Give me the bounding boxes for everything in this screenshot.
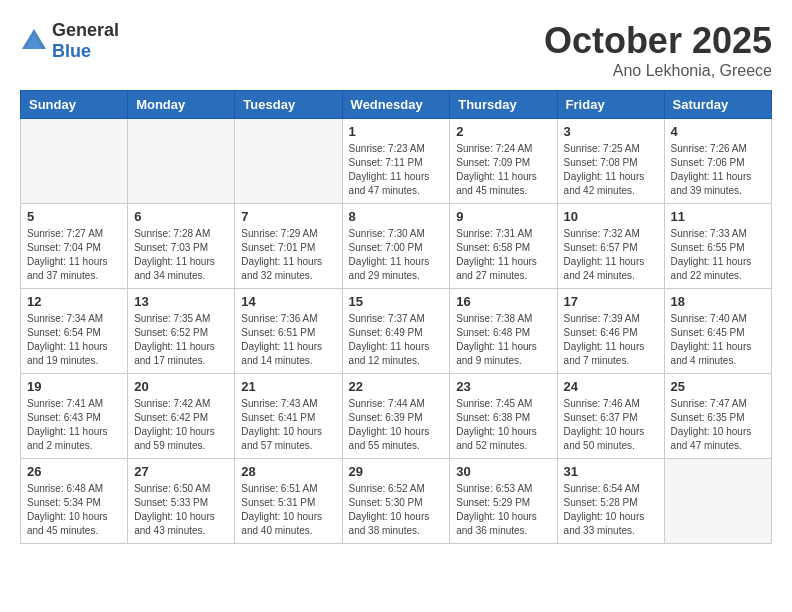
day-info: Sunrise: 6:50 AM Sunset: 5:33 PM Dayligh… xyxy=(134,482,228,538)
day-info: Sunrise: 7:42 AM Sunset: 6:42 PM Dayligh… xyxy=(134,397,228,453)
day-number: 16 xyxy=(456,294,550,309)
day-info: Sunrise: 6:53 AM Sunset: 5:29 PM Dayligh… xyxy=(456,482,550,538)
calendar-day-cell xyxy=(128,119,235,204)
day-number: 13 xyxy=(134,294,228,309)
day-number: 25 xyxy=(671,379,765,394)
weekday-header: Thursday xyxy=(450,91,557,119)
calendar-day-cell: 3Sunrise: 7:25 AM Sunset: 7:08 PM Daylig… xyxy=(557,119,664,204)
day-info: Sunrise: 7:38 AM Sunset: 6:48 PM Dayligh… xyxy=(456,312,550,368)
calendar-day-cell xyxy=(21,119,128,204)
calendar-week-row: 19Sunrise: 7:41 AM Sunset: 6:43 PM Dayli… xyxy=(21,374,772,459)
day-info: Sunrise: 7:23 AM Sunset: 7:11 PM Dayligh… xyxy=(349,142,444,198)
day-number: 9 xyxy=(456,209,550,224)
day-info: Sunrise: 6:54 AM Sunset: 5:28 PM Dayligh… xyxy=(564,482,658,538)
day-number: 19 xyxy=(27,379,121,394)
day-info: Sunrise: 6:51 AM Sunset: 5:31 PM Dayligh… xyxy=(241,482,335,538)
day-info: Sunrise: 7:41 AM Sunset: 6:43 PM Dayligh… xyxy=(27,397,121,453)
day-info: Sunrise: 7:28 AM Sunset: 7:03 PM Dayligh… xyxy=(134,227,228,283)
day-number: 27 xyxy=(134,464,228,479)
calendar-day-cell: 9Sunrise: 7:31 AM Sunset: 6:58 PM Daylig… xyxy=(450,204,557,289)
day-info: Sunrise: 6:52 AM Sunset: 5:30 PM Dayligh… xyxy=(349,482,444,538)
day-number: 1 xyxy=(349,124,444,139)
page-header: General Blue October 2025 Ano Lekhonia, … xyxy=(20,20,772,80)
day-info: Sunrise: 7:34 AM Sunset: 6:54 PM Dayligh… xyxy=(27,312,121,368)
day-number: 12 xyxy=(27,294,121,309)
day-info: Sunrise: 7:35 AM Sunset: 6:52 PM Dayligh… xyxy=(134,312,228,368)
day-number: 7 xyxy=(241,209,335,224)
calendar-day-cell: 15Sunrise: 7:37 AM Sunset: 6:49 PM Dayli… xyxy=(342,289,450,374)
calendar-day-cell: 4Sunrise: 7:26 AM Sunset: 7:06 PM Daylig… xyxy=(664,119,771,204)
day-number: 20 xyxy=(134,379,228,394)
calendar-day-cell: 18Sunrise: 7:40 AM Sunset: 6:45 PM Dayli… xyxy=(664,289,771,374)
day-info: Sunrise: 7:24 AM Sunset: 7:09 PM Dayligh… xyxy=(456,142,550,198)
day-number: 8 xyxy=(349,209,444,224)
day-info: Sunrise: 7:26 AM Sunset: 7:06 PM Dayligh… xyxy=(671,142,765,198)
day-info: Sunrise: 7:25 AM Sunset: 7:08 PM Dayligh… xyxy=(564,142,658,198)
calendar-week-row: 1Sunrise: 7:23 AM Sunset: 7:11 PM Daylig… xyxy=(21,119,772,204)
calendar-day-cell: 24Sunrise: 7:46 AM Sunset: 6:37 PM Dayli… xyxy=(557,374,664,459)
day-info: Sunrise: 7:40 AM Sunset: 6:45 PM Dayligh… xyxy=(671,312,765,368)
calendar-table: SundayMondayTuesdayWednesdayThursdayFrid… xyxy=(20,90,772,544)
day-number: 2 xyxy=(456,124,550,139)
day-number: 30 xyxy=(456,464,550,479)
day-number: 21 xyxy=(241,379,335,394)
day-info: Sunrise: 7:43 AM Sunset: 6:41 PM Dayligh… xyxy=(241,397,335,453)
calendar-day-cell: 26Sunrise: 6:48 AM Sunset: 5:34 PM Dayli… xyxy=(21,459,128,544)
logo-general: General xyxy=(52,20,119,40)
calendar-day-cell: 17Sunrise: 7:39 AM Sunset: 6:46 PM Dayli… xyxy=(557,289,664,374)
calendar-day-cell: 16Sunrise: 7:38 AM Sunset: 6:48 PM Dayli… xyxy=(450,289,557,374)
calendar-week-row: 5Sunrise: 7:27 AM Sunset: 7:04 PM Daylig… xyxy=(21,204,772,289)
day-number: 31 xyxy=(564,464,658,479)
calendar-day-cell: 22Sunrise: 7:44 AM Sunset: 6:39 PM Dayli… xyxy=(342,374,450,459)
weekday-header: Friday xyxy=(557,91,664,119)
day-number: 4 xyxy=(671,124,765,139)
day-info: Sunrise: 7:47 AM Sunset: 6:35 PM Dayligh… xyxy=(671,397,765,453)
day-number: 10 xyxy=(564,209,658,224)
calendar-day-cell: 7Sunrise: 7:29 AM Sunset: 7:01 PM Daylig… xyxy=(235,204,342,289)
calendar-day-cell: 12Sunrise: 7:34 AM Sunset: 6:54 PM Dayli… xyxy=(21,289,128,374)
calendar-day-cell: 2Sunrise: 7:24 AM Sunset: 7:09 PM Daylig… xyxy=(450,119,557,204)
day-number: 18 xyxy=(671,294,765,309)
day-number: 5 xyxy=(27,209,121,224)
day-info: Sunrise: 7:37 AM Sunset: 6:49 PM Dayligh… xyxy=(349,312,444,368)
day-info: Sunrise: 7:44 AM Sunset: 6:39 PM Dayligh… xyxy=(349,397,444,453)
calendar-day-cell xyxy=(235,119,342,204)
calendar-day-cell: 27Sunrise: 6:50 AM Sunset: 5:33 PM Dayli… xyxy=(128,459,235,544)
calendar-day-cell: 30Sunrise: 6:53 AM Sunset: 5:29 PM Dayli… xyxy=(450,459,557,544)
day-info: Sunrise: 7:39 AM Sunset: 6:46 PM Dayligh… xyxy=(564,312,658,368)
day-number: 28 xyxy=(241,464,335,479)
calendar-week-row: 12Sunrise: 7:34 AM Sunset: 6:54 PM Dayli… xyxy=(21,289,772,374)
day-info: Sunrise: 7:30 AM Sunset: 7:00 PM Dayligh… xyxy=(349,227,444,283)
calendar-day-cell: 14Sunrise: 7:36 AM Sunset: 6:51 PM Dayli… xyxy=(235,289,342,374)
day-number: 14 xyxy=(241,294,335,309)
day-info: Sunrise: 7:31 AM Sunset: 6:58 PM Dayligh… xyxy=(456,227,550,283)
day-info: Sunrise: 7:29 AM Sunset: 7:01 PM Dayligh… xyxy=(241,227,335,283)
day-info: Sunrise: 7:27 AM Sunset: 7:04 PM Dayligh… xyxy=(27,227,121,283)
day-info: Sunrise: 7:45 AM Sunset: 6:38 PM Dayligh… xyxy=(456,397,550,453)
calendar-day-cell: 29Sunrise: 6:52 AM Sunset: 5:30 PM Dayli… xyxy=(342,459,450,544)
weekday-header: Monday xyxy=(128,91,235,119)
day-info: Sunrise: 6:48 AM Sunset: 5:34 PM Dayligh… xyxy=(27,482,121,538)
logo: General Blue xyxy=(20,20,119,62)
weekday-header-row: SundayMondayTuesdayWednesdayThursdayFrid… xyxy=(21,91,772,119)
calendar-week-row: 26Sunrise: 6:48 AM Sunset: 5:34 PM Dayli… xyxy=(21,459,772,544)
day-number: 11 xyxy=(671,209,765,224)
day-number: 6 xyxy=(134,209,228,224)
logo-icon xyxy=(20,27,48,55)
day-info: Sunrise: 7:46 AM Sunset: 6:37 PM Dayligh… xyxy=(564,397,658,453)
calendar-day-cell: 20Sunrise: 7:42 AM Sunset: 6:42 PM Dayli… xyxy=(128,374,235,459)
calendar-day-cell: 6Sunrise: 7:28 AM Sunset: 7:03 PM Daylig… xyxy=(128,204,235,289)
calendar-day-cell: 31Sunrise: 6:54 AM Sunset: 5:28 PM Dayli… xyxy=(557,459,664,544)
weekday-header: Tuesday xyxy=(235,91,342,119)
day-info: Sunrise: 7:36 AM Sunset: 6:51 PM Dayligh… xyxy=(241,312,335,368)
day-number: 24 xyxy=(564,379,658,394)
calendar-day-cell: 13Sunrise: 7:35 AM Sunset: 6:52 PM Dayli… xyxy=(128,289,235,374)
weekday-header: Wednesday xyxy=(342,91,450,119)
calendar-day-cell: 21Sunrise: 7:43 AM Sunset: 6:41 PM Dayli… xyxy=(235,374,342,459)
day-number: 23 xyxy=(456,379,550,394)
day-info: Sunrise: 7:33 AM Sunset: 6:55 PM Dayligh… xyxy=(671,227,765,283)
calendar-day-cell: 8Sunrise: 7:30 AM Sunset: 7:00 PM Daylig… xyxy=(342,204,450,289)
day-number: 22 xyxy=(349,379,444,394)
title-block: October 2025 Ano Lekhonia, Greece xyxy=(544,20,772,80)
calendar-day-cell: 25Sunrise: 7:47 AM Sunset: 6:35 PM Dayli… xyxy=(664,374,771,459)
